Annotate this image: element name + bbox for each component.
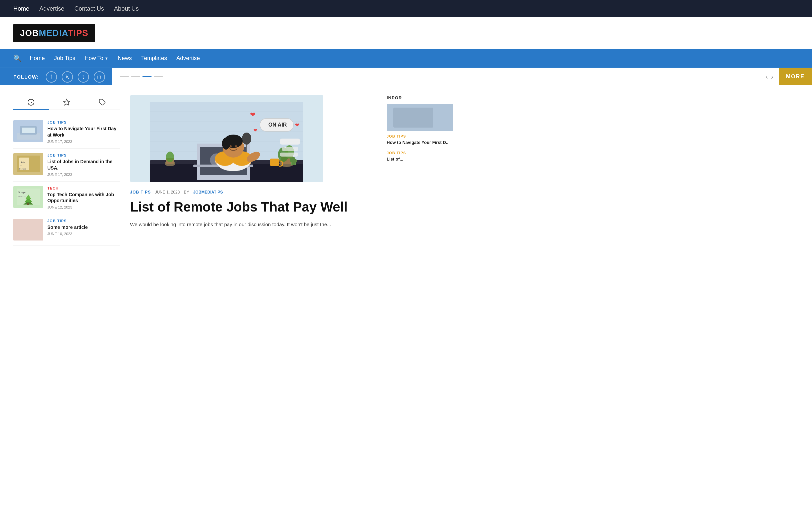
svg-rect-62 [294, 159, 297, 163]
facebook-icon[interactable]: f [46, 71, 57, 82]
ticker-dot-3 [142, 76, 152, 77]
article-date-2: JUNE 17, 2023 [47, 172, 120, 177]
twitter-icon[interactable]: 𝕏 [62, 71, 73, 82]
content-author[interactable]: JOBMEDIATIPS [193, 190, 223, 195]
ticker-dots [120, 76, 163, 77]
svg-point-52 [230, 145, 232, 147]
search-icon[interactable]: 🔍 [13, 54, 22, 62]
article-meta-4: JOB TIPS Some more article JUNE 10, 2023 [47, 219, 120, 241]
article-item: Jobs in Demand JOB TIPS List of Jobs in … [13, 149, 120, 182]
nav-home[interactable]: Home [30, 49, 45, 67]
article-thumbnail-3[interactable]: Google amazon [13, 186, 43, 208]
svg-rect-61 [290, 158, 292, 162]
svg-rect-55 [270, 159, 279, 166]
nav-templates[interactable]: Templates [141, 49, 167, 67]
content-area: ON AIR ❤ ❤ ❤ [130, 95, 377, 245]
logo-job: JOB [20, 28, 39, 38]
logo-media: MEDIA [39, 28, 68, 38]
article-thumbnail-4[interactable] [13, 219, 43, 241]
topbar-link-home[interactable]: Home [13, 5, 29, 12]
svg-text:Google: Google [18, 191, 26, 194]
svg-point-31 [242, 133, 251, 145]
right-sidebar-article2: JOB TIPS List of... [387, 151, 453, 162]
article-item: Google amazon TECH Top Tech Companies wi… [13, 182, 120, 214]
article-item: JOB TIPS Some more article JUNE 10, 2023 [13, 214, 120, 245]
svg-point-39 [166, 152, 174, 162]
article-title-4[interactable]: Some more article [47, 224, 120, 230]
nav-news[interactable]: News [118, 49, 132, 67]
more-button[interactable]: MORE [779, 68, 812, 85]
svg-rect-56 [280, 139, 300, 145]
howto-dropdown-arrow: ▼ [105, 56, 108, 60]
ticker-nav: ‹ › [760, 68, 779, 85]
article-item: JOB TIPS How to Navigate Your First Day … [13, 116, 120, 149]
svg-point-53 [235, 145, 237, 147]
article-thumbnail-2[interactable]: Jobs in Demand [13, 153, 43, 175]
topbar-link-advertise[interactable]: Advertise [39, 5, 64, 12]
nav-howto[interactable]: How To ▼ [85, 49, 108, 67]
content-date: JUNE 1, 2023 [155, 190, 180, 195]
svg-rect-64 [393, 108, 433, 127]
article-cat-4: JOB TIPS [47, 219, 120, 223]
content-excerpt: We would be looking into remote jobs tha… [130, 221, 377, 228]
tab-tags[interactable] [84, 95, 120, 110]
article-thumbnail-1[interactable] [13, 120, 43, 142]
svg-text:❤: ❤ [295, 122, 299, 128]
right-article-title-2[interactable]: List of... [387, 156, 453, 162]
ticker-strip [112, 68, 760, 85]
article-meta-3: TECH Top Tech Companies with Job Opportu… [47, 186, 120, 210]
content-category[interactable]: JOB TIPS [130, 190, 151, 195]
ticker-dot-1 [120, 76, 129, 77]
right-sidebar-thumbnail[interactable] [387, 104, 453, 131]
featured-illustration: ON AIR ❤ ❤ ❤ [130, 95, 323, 182]
tab-recent[interactable] [13, 95, 49, 110]
article-date-1: JUNE 17, 2023 [47, 139, 120, 144]
logo-area: JOBMEDIATIPS [0, 17, 812, 49]
follow-bar: FOLLOW: f 𝕏 t in [0, 68, 112, 85]
main-layout: JOB TIPS How to Navigate Your First Day … [0, 85, 467, 256]
article-date-4: JUNE 10, 2023 [47, 232, 120, 236]
svg-rect-5 [22, 127, 35, 133]
article-title-1[interactable]: How to Navigate Your First Day at Work [47, 125, 120, 138]
svg-rect-60 [292, 157, 295, 165]
article-meta-2: JOB TIPS List of Jobs in Demand in the U… [47, 153, 120, 177]
svg-text:Demand: Demand [19, 168, 26, 170]
article-title-2[interactable]: List of Jobs in Demand in the USA. [47, 159, 120, 171]
nav-jobtips[interactable]: Job Tips [54, 49, 75, 67]
article-cat-3: TECH [47, 186, 120, 190]
svg-text:❤: ❤ [250, 111, 256, 118]
site-logo[interactable]: JOBMEDIATIPS [13, 24, 95, 42]
article-cat-1: JOB TIPS [47, 120, 120, 124]
tab-popular[interactable] [49, 95, 85, 110]
nav-advertise[interactable]: Advertise [176, 49, 200, 67]
svg-rect-57 [282, 147, 298, 151]
right-sidebar: INPOR JOB TIPS How to Navigate Your Firs… [387, 95, 453, 245]
follow-label: FOLLOW: [13, 74, 39, 80]
article-meta-1: JOB TIPS How to Navigate Your First Day … [47, 120, 120, 144]
svg-text:Jobs: Jobs [21, 161, 26, 163]
svg-text:❤: ❤ [253, 127, 257, 133]
article-title-3[interactable]: Top Tech Companies with Job Opportunitie… [47, 192, 120, 204]
right-sidebar-label: INPOR [387, 95, 453, 100]
svg-text:amazon: amazon [18, 195, 26, 198]
sidebar-tabs [13, 95, 120, 110]
topbar-link-contact[interactable]: Contact Us [74, 5, 104, 12]
tumblr-icon[interactable]: t [78, 71, 89, 82]
topbar-link-about[interactable]: About Us [114, 5, 139, 12]
left-sidebar: JOB TIPS How to Navigate Your First Day … [13, 95, 120, 245]
logo-tips: TIPS [68, 28, 88, 38]
svg-point-51 [222, 138, 230, 150]
article-cat-2: JOB TIPS [47, 153, 120, 157]
article-date-3: JUNE 12, 2023 [47, 205, 120, 209]
prev-arrow-icon[interactable]: ‹ [766, 73, 768, 80]
svg-rect-58 [280, 153, 298, 156]
svg-text:ON AIR: ON AIR [268, 122, 287, 127]
next-arrow-icon[interactable]: › [771, 73, 773, 80]
linkedin-icon[interactable]: in [94, 71, 105, 82]
svg-rect-15 [27, 203, 29, 205]
right-article-cat-2: JOB TIPS [387, 151, 453, 155]
ticker-dot-2 [131, 76, 140, 77]
right-article-title[interactable]: How to Navigate Your First D... [387, 139, 453, 146]
content-meta: JOB TIPS JUNE 1, 2023 BY JOBMEDIATIPS [130, 190, 377, 195]
featured-image: ON AIR ❤ ❤ ❤ [130, 95, 377, 182]
